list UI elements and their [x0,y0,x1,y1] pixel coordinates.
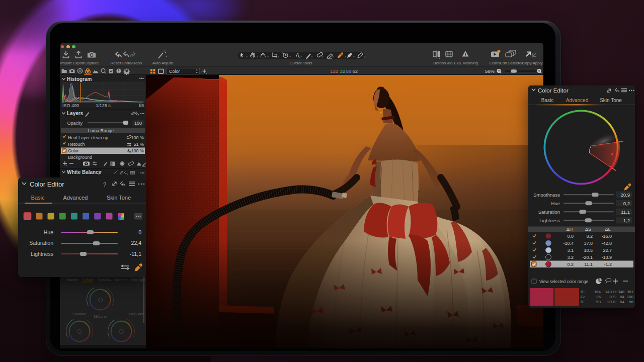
svg-text:Saturation: Saturation [538,209,560,215]
svg-text:22,4: 22,4 [131,240,142,246]
svg-text:Basic: Basic [31,195,45,201]
svg-text:ΔH: ΔH [567,227,573,232]
svg-text:84: 84 [620,295,624,299]
svg-text:-10.4: -10.4 [563,241,574,246]
svg-text:Histogram: Histogram [67,76,92,82]
svg-text:26: 26 [596,295,601,299]
svg-text:11.1: 11.1 [584,262,593,267]
svg-text:Color: Color [169,69,180,74]
svg-text:Midtone: Midtone [94,314,107,319]
svg-text:Smoothness: Smoothness [533,192,560,198]
svg-text:Background: Background [68,155,92,160]
svg-text:•••: ••• [140,170,145,175]
svg-text:Advanced: Advanced [566,98,588,103]
svg-text:100 %: 100 % [131,135,144,140]
svg-text:View selected color range: View selected color range [539,279,588,284]
svg-text:Advanced: Advanced [63,195,88,201]
svg-text:3-Way: 3-Way [83,278,93,282]
svg-text:-20.1: -20.1 [582,255,593,260]
svg-text:0: 0 [138,229,141,235]
svg-text:351: 351 [627,290,634,294]
svg-text:100: 100 [627,295,634,299]
svg-text:3.2: 3.2 [567,255,574,260]
svg-text:S:: S: [613,295,617,299]
svg-text:H:: H: [613,290,617,294]
svg-text:Highlight: Highlight [129,312,143,316]
svg-text:Basic: Basic [541,98,553,103]
svg-text:143: 143 [605,290,612,294]
svg-text:64: 64 [620,300,624,304]
svg-text:ΔS: ΔS [585,227,591,232]
svg-text:20,9: 20,9 [621,192,630,198]
svg-text:22.7: 22.7 [603,248,612,253]
svg-text:11,1: 11,1 [621,209,630,215]
svg-text:Retouch: Retouch [68,142,85,147]
svg-text:Hue: Hue [551,201,560,206]
svg-text:Shadow: Shadow [72,312,86,316]
svg-text:B:: B: [581,300,585,304]
svg-text:Lightness: Lightness [31,251,53,257]
svg-text:56: 56 [629,300,633,304]
svg-text:8.2: 8.2 [586,234,593,239]
svg-text:B:: B: [613,300,617,304]
svg-text:3.1: 3.1 [567,248,574,253]
svg-text:0.0: 0.0 [567,234,574,239]
svg-text:164: 164 [594,290,601,294]
svg-text:348: 348 [618,290,625,294]
svg-text:ISO 400: ISO 400 [62,103,79,108]
svg-text:20: 20 [607,300,612,304]
svg-text:122: 122 [330,68,338,74]
svg-text:37.8: 37.8 [584,241,593,246]
svg-text:Master: Master [67,278,78,282]
svg-text:32: 32 [340,68,345,74]
svg-text:-1,2: -1,2 [622,218,630,223]
svg-text:58: 58 [346,68,351,74]
svg-text:-11,1: -11,1 [130,251,141,257]
svg-text:-1.2: -1.2 [604,262,612,267]
svg-text:Layers: Layers [67,111,84,116]
svg-text:-16.0: -16.0 [601,234,612,239]
svg-text:Color Editor: Color Editor [30,180,64,188]
svg-text:51 %: 51 % [133,142,144,147]
svg-text:56%: 56% [485,68,495,74]
svg-text:100 %: 100 % [131,148,144,153]
svg-text:Hue: Hue [44,229,53,235]
svg-text:White Balance: White Balance [67,169,102,175]
svg-text:ΔL: ΔL [605,227,610,232]
svg-text:100: 100 [134,121,142,126]
svg-text:1/125 s: 1/125 s [96,103,111,108]
svg-text:Saturation: Saturation [29,240,53,246]
svg-text:Heal Layer clean up: Heal Layer clean up [68,135,108,140]
svg-text:Opacity: Opacity [67,121,83,126]
svg-text:-13.9: -13.9 [601,255,612,260]
svg-text:Skin Tone: Skin Tone [600,98,622,103]
svg-text:Lightness: Lightness [539,218,560,223]
svg-text:G:: G: [581,295,585,299]
svg-text:0: 0 [610,295,612,299]
svg-text:Color: Color [68,148,79,153]
svg-text:f/8: f/8 [139,103,144,108]
svg-text:Midtone: Midtone [115,278,128,282]
svg-text:-42.8: -42.8 [601,241,612,246]
svg-text:Skin Tone: Skin Tone [107,195,131,201]
svg-text:Color Editor: Color Editor [538,87,569,94]
svg-text:Luma Range...: Luma Range... [88,128,117,133]
svg-text:62: 62 [352,68,358,74]
svg-text:10.5: 10.5 [584,248,593,253]
svg-text:R:: R: [581,290,585,294]
svg-text:•••: ••• [140,111,145,116]
svg-text:•••: ••• [139,76,144,81]
svg-text:0.2: 0.2 [567,262,574,267]
svg-text:?: ? [103,182,106,188]
svg-text:53: 53 [596,300,601,304]
svg-text:Shadow: Shadow [98,278,112,282]
svg-text:0,2: 0,2 [623,201,630,206]
